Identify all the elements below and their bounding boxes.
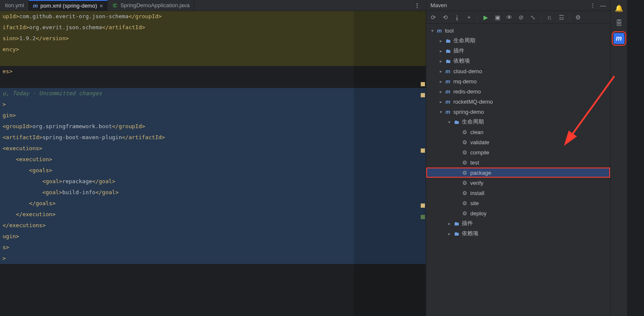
- tree-goal-deploy[interactable]: ⚙deploy: [426, 208, 610, 218]
- tree-spring-lifecycle[interactable]: ▾🖿生命周期: [426, 117, 610, 127]
- notifications-icon[interactable]: 🔔: [613, 3, 625, 14]
- gutter-marks: [417, 11, 426, 316]
- toggle-offline-icon[interactable]: 👁: [505, 14, 513, 21]
- java-class-icon: C: [112, 3, 118, 8]
- maven-toolbar: ⟳ ⟲ ⭳ ＋ ▶ ▣ 👁 ⊘ ⤡ ⎌ ☲ ⚙: [426, 11, 610, 24]
- tabs-overflow-menu[interactable]: ⋮: [409, 2, 426, 8]
- tree-spring-plugins[interactable]: ▸🖿插件: [426, 218, 610, 228]
- right-tool-strip: 🔔 🗄 m: [610, 0, 627, 316]
- tab-yml[interactable]: tion.yml: [1, 0, 29, 11]
- maven-file-icon: m: [33, 3, 38, 9]
- maven-tool-window: Maven ⋮ — ⟳ ⟲ ⭳ ＋ ▶ ▣ 👁 ⊘ ⤡ ⎌ ☲ ⚙: [426, 0, 627, 316]
- settings-icon[interactable]: ⚙: [574, 14, 582, 21]
- tree-deps[interactable]: ▸🖿依赖项: [426, 56, 610, 66]
- skip-tests-icon[interactable]: ⊘: [517, 14, 525, 21]
- maven-tool-button[interactable]: m: [613, 33, 625, 44]
- tree-module-cloud[interactable]: ▸mcloud-demo: [426, 66, 610, 76]
- tree-goal-site[interactable]: ⚙site: [426, 198, 610, 208]
- tree-goal-validate[interactable]: ⚙validate: [426, 137, 610, 147]
- tree-module-spring-demo[interactable]: ▾mspring-demo: [426, 107, 610, 117]
- tree-goal-test[interactable]: ⚙test: [426, 157, 610, 168]
- editor-tabs: tion.yml m pom.xml (spring-demo) × C Spr…: [0, 0, 426, 11]
- tree-goal-install[interactable]: ⚙install: [426, 188, 610, 198]
- tree-module-redis[interactable]: ▸mredis-demo: [426, 86, 610, 96]
- maven-header: Maven ⋮ —: [426, 0, 610, 11]
- tab-label: tion.yml: [5, 2, 24, 8]
- reload-icon[interactable]: ⟳: [430, 14, 437, 21]
- tree-goal-clean[interactable]: ⚙clean: [426, 127, 610, 137]
- analyze-icon[interactable]: ☲: [558, 14, 565, 21]
- tab-label: SpringDemoApplication.java: [120, 2, 189, 8]
- tree-goal-package[interactable]: ⚙package: [426, 168, 610, 178]
- close-icon[interactable]: ×: [100, 3, 103, 9]
- add-icon[interactable]: ＋: [465, 14, 473, 21]
- database-icon[interactable]: 🗄: [613, 18, 625, 29]
- generate-sources-icon[interactable]: ⟲: [441, 14, 449, 21]
- tree-lifecycle[interactable]: ▸🖿生命周期: [426, 36, 610, 46]
- tree-module-rocketmq[interactable]: ▸mrocketMQ-demo: [426, 96, 610, 107]
- tree-module-mq[interactable]: ▸mmq-demo: [426, 76, 610, 86]
- tab-label: pom.xml (spring-demo): [40, 3, 97, 9]
- execute-goal-icon[interactable]: ▣: [494, 14, 501, 21]
- more-icon[interactable]: ⋮: [590, 2, 596, 9]
- maven-tree: ▾mtool ▸🖿生命周期 ▸🖿插件 ▸🖿依赖项 ▸mcloud-demo ▸m…: [426, 24, 610, 316]
- tree-goal-verify[interactable]: ⚙verify: [426, 178, 610, 188]
- tree-plugins[interactable]: ▸🖿插件: [426, 46, 610, 56]
- download-sources-icon[interactable]: ⭳: [453, 14, 461, 21]
- code-minimap[interactable]: [354, 11, 426, 316]
- collapse-icon[interactable]: ⤡: [529, 14, 537, 21]
- run-icon[interactable]: ▶: [482, 14, 489, 21]
- tree-module-tool[interactable]: ▾mtool: [426, 25, 610, 36]
- show-dependencies-icon[interactable]: ⎌: [546, 14, 553, 21]
- tree-spring-deps[interactable]: ▸🖿依赖项: [426, 228, 610, 239]
- editor-area: tion.yml m pom.xml (spring-demo) × C Spr…: [0, 0, 426, 316]
- minimize-icon[interactable]: —: [600, 2, 606, 9]
- tree-goal-compile[interactable]: ⚙compile: [426, 147, 610, 157]
- maven-title: Maven: [430, 2, 586, 8]
- tab-pom[interactable]: m pom.xml (spring-demo) ×: [29, 0, 108, 11]
- tab-java[interactable]: C SpringDemoApplication.java: [108, 0, 194, 11]
- code-editor[interactable]: ▲ 19 ˄ ˅ upId>com.github.everit-org.json…: [0, 11, 426, 316]
